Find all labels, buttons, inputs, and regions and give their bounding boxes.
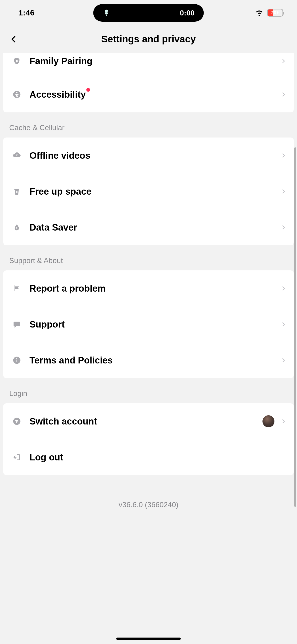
page-header: Settings and privacy [0,25,297,53]
row-label: Log out [30,452,286,462]
section-header-support: Support & About [0,245,297,270]
avatar [262,415,274,427]
chevron-right-icon [281,224,286,231]
row-label: Terms and Policies [30,355,281,366]
row-data-saver[interactable]: Data Saver [3,209,294,245]
scroll-indicator[interactable] [294,148,296,507]
svg-rect-2 [16,191,16,193]
svg-rect-3 [17,191,18,193]
plant-icon [102,9,110,17]
version-text: v36.6.0 (3660240) [0,500,297,509]
chevron-left-icon [10,34,18,44]
droplet-icon [11,222,22,233]
settings-group-content: Family Pairing Accessibility [3,53,294,112]
chevron-right-icon [281,90,286,98]
cloud-download-icon [11,150,22,161]
chevron-right-icon [281,57,286,65]
row-accessibility[interactable]: Accessibility [3,76,294,112]
page-title: Settings and privacy [101,34,196,45]
section-header-login: Login [0,378,297,403]
chevron-right-icon [281,188,286,195]
content: Family Pairing Accessibility Cache & Cel… [0,53,297,509]
row-label: Free up space [30,186,281,197]
chevron-right-icon [281,152,286,160]
chevron-right-icon [281,356,286,364]
trash-icon [11,186,22,197]
island-timer: 0:00 [180,9,194,17]
row-label: Support [30,319,281,330]
back-button[interactable] [7,32,21,46]
status-time: 1:46 [18,8,34,17]
row-terms-policies[interactable]: Terms and Policies [3,342,294,378]
status-bar: 1:46 0:00 20 [0,0,297,25]
settings-group-login: Switch account Log out [3,403,294,475]
swap-icon [11,416,22,427]
info-icon [11,354,22,366]
chevron-right-icon [281,284,286,292]
svg-point-7 [16,358,17,359]
heart-shield-icon [11,55,22,67]
settings-group-support: Report a problem Support Terms and Polic… [3,270,294,378]
logout-icon [11,452,22,463]
row-report-problem[interactable]: Report a problem [3,270,294,306]
row-label: Family Pairing [30,56,281,66]
row-family-pairing[interactable]: Family Pairing [3,53,294,76]
dynamic-island[interactable]: 0:00 [93,4,204,22]
row-label: Offline videos [30,150,281,161]
chat-icon [11,318,22,330]
chevron-right-icon [281,320,286,328]
accessibility-icon [11,89,22,100]
row-label: Accessibility [30,89,281,100]
row-log-out[interactable]: Log out [3,439,294,475]
row-label: Report a problem [30,283,281,294]
settings-group-cache: Offline videos Free up space Data Saver [3,138,294,245]
section-header-cache: Cache & Cellular [0,112,297,138]
flag-icon [11,282,22,294]
battery-percent: 20 [268,10,282,16]
home-indicator[interactable] [116,638,181,640]
row-label: Data Saver [30,222,281,233]
battery-icon: 20 [267,9,283,16]
row-switch-account[interactable]: Switch account [3,403,294,439]
svg-rect-4 [15,324,18,324]
row-support[interactable]: Support [3,306,294,342]
row-free-up-space[interactable]: Free up space [3,174,294,209]
chevron-right-icon [281,417,286,425]
row-label: Switch account [30,416,262,426]
wifi-icon [255,8,264,17]
notification-dot [86,88,90,92]
svg-point-1 [16,92,18,93]
svg-point-8 [13,418,20,425]
status-right: 20 [255,8,283,17]
svg-rect-6 [16,360,17,362]
row-offline-videos[interactable]: Offline videos [3,138,294,174]
